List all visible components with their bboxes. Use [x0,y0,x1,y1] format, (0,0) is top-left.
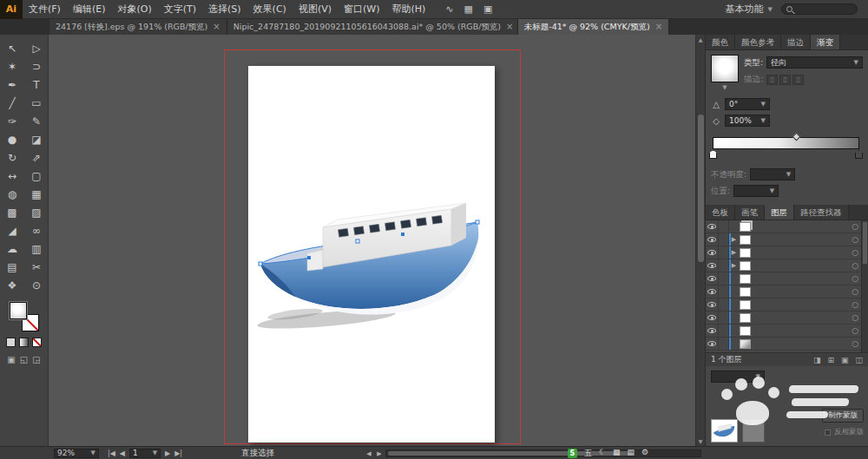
type-tool[interactable]: T [25,75,48,94]
expand-arrow-icon[interactable]: ▶ [729,249,739,256]
canvas[interactable]: ▲ ▼ [49,35,705,446]
vertical-scroll-thumb[interactable] [698,115,704,262]
visibility-toggle[interactable] [706,298,719,311]
layer-row[interactable]: ○ [706,272,861,285]
make-mask-button[interactable]: 制作蒙版 [822,409,864,423]
layer-row[interactable]: ▶○ [706,259,861,272]
gradient-preview[interactable]: ▼ [711,55,739,91]
blend-mode-select[interactable]: ▼ [711,370,765,383]
visibility-toggle[interactable] [706,233,719,246]
width-tool[interactable]: ↔ [1,167,23,185]
gradient-type-select[interactable]: 径向 ▼ [766,56,863,69]
document-tab[interactable]: 24176 [转换].eps @ 191% (RGB/预览)× [49,19,227,35]
toolbox-icon[interactable]: ⚙ [641,448,648,459]
gradient-stop-start[interactable] [709,150,717,159]
line-segment-tool[interactable]: ╱ [1,94,23,112]
wubi-mode-icon[interactable]: 五 [584,448,592,459]
gradient-slider[interactable] [713,137,859,160]
first-artboard-button[interactable]: |◀ [108,449,115,457]
free-transform-tool[interactable]: ▢ [25,167,48,185]
gradient-tool[interactable]: ▨ [25,203,48,221]
menu-item[interactable]: 帮助(H) [385,0,431,19]
gradient-menu-caret-icon[interactable]: ▼ [722,84,727,91]
gradient-stop-end[interactable] [855,150,863,159]
lock-cell[interactable] [719,233,729,246]
target-circle-icon[interactable]: ○ [852,339,858,348]
panel-tab[interactable]: 描边 [781,35,811,49]
lock-cell[interactable] [719,338,729,350]
target-circle-icon[interactable]: ○ [852,300,858,309]
vertical-scrollbar[interactable]: ▲ ▼ [695,35,705,446]
prev-artboard-button[interactable]: ◀ [120,449,125,457]
zoom-tool[interactable]: ⊙ [25,276,48,294]
pen-tool[interactable]: ✒ [1,75,23,94]
close-icon[interactable]: × [506,23,513,31]
lasso-tool[interactable]: ⊃ [25,57,48,75]
lock-cell[interactable] [719,259,729,272]
menu-item[interactable]: 编辑(E) [67,0,112,19]
layer-row[interactable]: ▶○ [706,233,861,246]
lock-cell[interactable] [719,246,729,259]
target-circle-icon[interactable]: ○ [852,326,858,335]
artboard[interactable] [248,66,495,443]
panel-tab[interactable]: 渐变 [811,35,840,49]
delete-layer-icon[interactable]: ◫ [855,356,863,364]
mesh-tool[interactable]: ▩ [1,203,23,221]
draw-inside-mode[interactable]: ◲ [32,355,40,364]
apply-none-button[interactable] [32,338,42,347]
pencil-tool[interactable]: ✎ [25,112,48,130]
gradient-midpoint-handle[interactable] [792,133,800,141]
shape-builder-tool[interactable]: ◍ [1,185,23,203]
layer-row[interactable]: ○ [706,311,861,325]
fill-color-chip[interactable] [10,302,27,319]
layer-row[interactable]: ○ [706,220,861,233]
workspace-switcher[interactable]: 基本功能 ▼ [717,3,781,16]
apply-color-button[interactable] [6,338,16,347]
selection-tool[interactable]: ↖ [1,39,23,57]
layer-row[interactable]: ▶○ [706,246,861,259]
symbol-sprayer-tool[interactable]: ☁ [1,239,23,258]
mask-thumbnail[interactable] [742,419,765,443]
keyboard-icon[interactable]: ▤ [628,448,635,459]
target-circle-icon[interactable]: ○ [852,235,858,244]
menu-item[interactable]: 文件(F) [23,0,67,19]
gradient-ratio-select[interactable]: 100% ▼ [725,115,770,127]
visibility-toggle[interactable] [706,259,719,272]
artboard-tool[interactable]: ▤ [1,258,23,276]
search-input[interactable] [781,3,858,15]
magic-wand-tool[interactable]: ✶ [1,57,23,75]
draw-normal-mode[interactable]: ▣ [7,355,15,364]
invert-mask-checkbox[interactable] [825,429,831,436]
document-tab[interactable]: 未标题-41* @ 92% (CMYK/预览)× [518,19,669,35]
visibility-toggle[interactable] [706,338,719,350]
panel-tab[interactable]: 颜色参考 [735,35,781,49]
panel-tab[interactable]: 路径查找器 [794,205,849,220]
scroll-down-icon[interactable]: ▼ [699,438,703,444]
lock-cell[interactable] [719,220,729,233]
paintbrush-tool[interactable]: ✑ [1,112,23,130]
last-artboard-button[interactable]: ▶| [174,449,182,457]
target-circle-icon[interactable]: ○ [852,261,858,270]
scroll-up-icon[interactable]: ▲ [699,36,703,43]
eyedropper-tool[interactable]: ◢ [1,221,23,239]
share-screen-icon[interactable]: ▣ [483,3,492,15]
layers-scrollbar[interactable] [861,220,868,352]
artboard-number-field[interactable]: 1 ▼ [129,449,161,458]
lock-cell[interactable] [719,285,729,298]
apply-gradient-button[interactable] [19,338,29,347]
target-circle-icon[interactable]: ○ [852,287,858,296]
panel-tab[interactable]: 色板 [706,205,735,220]
document-tab[interactable]: Nipic_24787180_20190921105616043088.ai* … [227,19,518,35]
target-circle-icon[interactable]: ○ [852,248,858,257]
close-icon[interactable]: × [655,23,662,31]
rectangle-tool[interactable]: ▭ [25,94,48,112]
blob-brush-tool[interactable]: ● [1,130,23,148]
gradient-bar[interactable] [713,137,859,149]
scroll-left-icon[interactable]: ◀ [365,450,373,457]
slice-tool[interactable]: ✂ [25,258,48,276]
direct-selection-tool[interactable]: ▷ [25,39,48,57]
gradient-thumbnail[interactable] [711,55,739,82]
layer-row[interactable]: ○ [706,298,861,311]
scale-tool[interactable]: ⇗ [25,148,48,167]
expand-arrow-icon[interactable]: ▶ [729,236,739,243]
